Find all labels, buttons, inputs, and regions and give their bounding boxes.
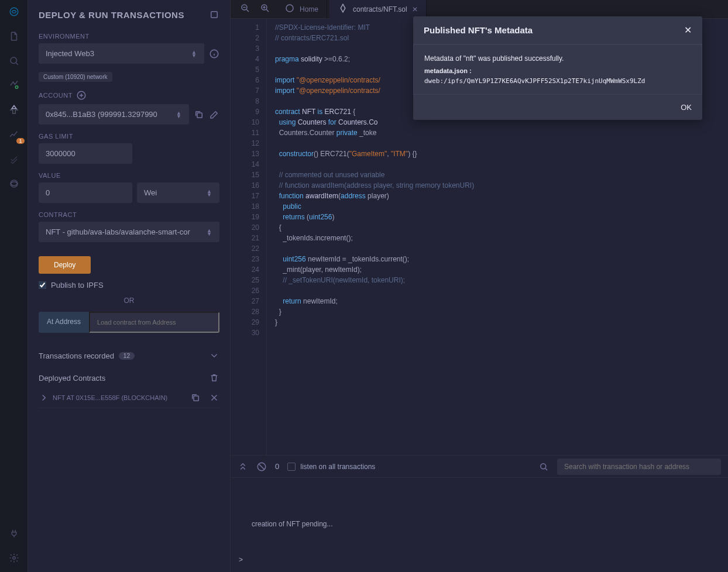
edit-account-icon[interactable] bbox=[209, 109, 219, 120]
analytics-badge: 1 bbox=[16, 138, 24, 144]
zoom-out-icon[interactable] bbox=[236, 3, 254, 15]
svg-point-4 bbox=[12, 557, 15, 560]
terminal-clear-icon[interactable] bbox=[256, 461, 267, 472]
svg-point-2 bbox=[15, 86, 18, 89]
trash-icon[interactable] bbox=[209, 373, 219, 383]
at-address-input[interactable] bbox=[89, 312, 219, 333]
terminal-log-line: creation of NFT pending... bbox=[252, 520, 707, 528]
analytics-icon[interactable]: 1 bbox=[7, 128, 21, 142]
transactions-recorded-row[interactable]: Transactions recorded12 bbox=[39, 346, 219, 366]
terminal-prompt[interactable]: > bbox=[239, 556, 243, 564]
deploy-panel: DEPLOY & RUN TRANSACTIONS ENVIRONMENT In… bbox=[28, 0, 231, 572]
plug-icon[interactable] bbox=[7, 526, 21, 540]
copy-instance-icon[interactable] bbox=[190, 392, 201, 403]
value-input[interactable] bbox=[39, 182, 132, 203]
chevron-right-icon[interactable] bbox=[39, 392, 49, 403]
contract-label: CONTRACT bbox=[39, 211, 219, 218]
publish-ipfs-checkbox[interactable]: Publish to IPFS bbox=[39, 281, 219, 290]
env-label: ENVIRONMENT bbox=[39, 33, 219, 40]
metadata-modal: Published NFT's Metadata ✕ Metadata of "… bbox=[413, 16, 702, 120]
settings-icon[interactable] bbox=[7, 551, 21, 565]
modal-close-icon[interactable]: ✕ bbox=[684, 25, 692, 36]
ipfs-url: dweb:/ipfs/QmYL9P1Z7KE6AQvKJPFF52SX1p2TE… bbox=[424, 77, 691, 87]
terminal-search-icon[interactable] bbox=[538, 461, 549, 472]
publish-ipfs-input[interactable] bbox=[39, 281, 46, 289]
line-gutter: 1234567891011121314151617181920212223242… bbox=[231, 19, 267, 455]
remix-logo-icon[interactable] bbox=[7, 5, 21, 19]
terminal-search-input[interactable] bbox=[557, 459, 721, 475]
at-address-button[interactable]: At Address bbox=[39, 312, 89, 333]
modal-title: Published NFT's Metadata bbox=[424, 25, 533, 35]
listen-toggle[interactable]: listen on all transactions bbox=[287, 463, 375, 471]
panel-menu-icon[interactable] bbox=[209, 9, 219, 20]
tab-home[interactable]: Home bbox=[276, 0, 327, 19]
svg-rect-5 bbox=[211, 12, 218, 18]
svg-rect-8 bbox=[197, 113, 202, 118]
terminal-collapse-icon[interactable] bbox=[238, 461, 248, 472]
tx-count-badge: 12 bbox=[119, 352, 135, 360]
value-label: VALUE bbox=[39, 172, 219, 179]
account-select[interactable]: 0x845...B1aB3 (999991.3297990▲▼ bbox=[39, 104, 189, 125]
network-chip: Custom (10920) network bbox=[39, 72, 112, 82]
account-add-icon[interactable] bbox=[76, 90, 87, 101]
svg-point-0 bbox=[10, 8, 18, 16]
or-label: OR bbox=[39, 297, 219, 305]
panel-title: DEPLOY & RUN TRANSACTIONS bbox=[39, 10, 184, 20]
main-area: Home contracts/NFT.sol ✕ 123456789101112… bbox=[231, 0, 728, 572]
plugin-icon[interactable] bbox=[7, 177, 21, 191]
svg-point-1 bbox=[11, 57, 17, 64]
zoom-in-icon[interactable] bbox=[256, 3, 274, 15]
copy-account-icon[interactable] bbox=[194, 109, 204, 120]
contract-select[interactable]: NFT - github/ava-labs/avalanche-smart-co… bbox=[39, 222, 219, 242]
svg-point-14 bbox=[541, 463, 546, 468]
deployed-contracts-label: Deployed Contracts bbox=[39, 374, 105, 383]
modal-msg: Metadata of "nft" was published successf… bbox=[424, 53, 691, 64]
svg-point-3 bbox=[11, 180, 18, 187]
deploy-button[interactable]: Deploy bbox=[39, 256, 91, 274]
env-select[interactable]: Injected Web3▲▼ bbox=[39, 43, 204, 64]
file-explorer-icon[interactable] bbox=[7, 29, 21, 43]
contract-instance-row[interactable]: NFT AT 0X15E...E558F (BLOCKCHAIN) bbox=[39, 388, 219, 408]
pending-count: 0 bbox=[275, 462, 279, 471]
gas-input[interactable] bbox=[39, 143, 132, 164]
close-tab-icon[interactable]: ✕ bbox=[412, 5, 418, 13]
deploy-icon[interactable] bbox=[7, 103, 21, 117]
env-info-icon[interactable] bbox=[209, 49, 219, 59]
svg-rect-9 bbox=[194, 396, 198, 401]
gas-label: GAS LIMIT bbox=[39, 133, 219, 140]
value-unit-select[interactable]: Wei▲▼ bbox=[137, 182, 219, 203]
account-label: ACCOUNT bbox=[39, 90, 219, 101]
modal-ok-button[interactable]: OK bbox=[681, 103, 692, 112]
icon-bar: 1 bbox=[0, 0, 28, 572]
home-icon bbox=[284, 3, 295, 15]
terminal: 0 listen on all transactions creation of… bbox=[231, 455, 728, 572]
tab-file[interactable]: contracts/NFT.sol ✕ bbox=[329, 0, 427, 19]
search-icon[interactable] bbox=[7, 54, 21, 68]
svg-point-12 bbox=[286, 5, 293, 12]
debugger-icon[interactable] bbox=[7, 152, 21, 166]
close-instance-icon[interactable] bbox=[209, 392, 219, 403]
solidity-icon bbox=[338, 3, 348, 15]
compiler-icon[interactable] bbox=[7, 78, 21, 92]
chevron-down-icon[interactable] bbox=[209, 350, 219, 361]
